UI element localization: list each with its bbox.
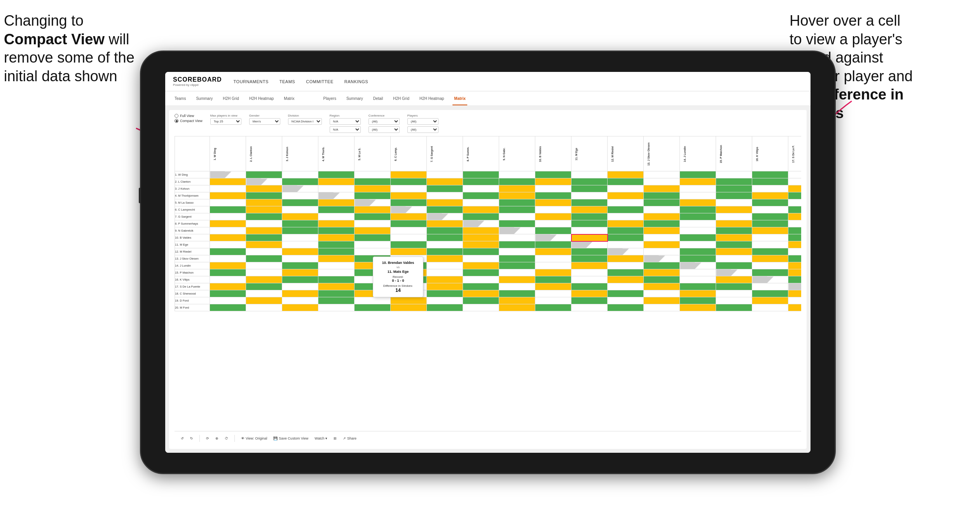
cell-15-2[interactable] [246, 269, 282, 276]
cell-6-6[interactable] [391, 206, 427, 213]
cell-17-15[interactable] [716, 283, 752, 290]
cell-8-16[interactable] [752, 220, 788, 227]
cell-9-16[interactable] [752, 227, 788, 234]
cell-3-4[interactable] [318, 185, 355, 192]
tab-detail[interactable]: Detail [372, 92, 385, 105]
grid-button[interactable]: ⊞ [334, 436, 337, 440]
cell-15-3[interactable] [282, 269, 318, 276]
cell-9-14[interactable] [680, 227, 716, 234]
cell-7-11[interactable] [571, 213, 608, 220]
cell-16-13[interactable] [644, 276, 680, 283]
compact-view-radio[interactable] [175, 119, 178, 123]
cell-7-17[interactable] [788, 213, 802, 220]
conference-select2[interactable]: (All) [369, 126, 400, 133]
cell-15-14[interactable] [680, 269, 716, 276]
cell-7-3[interactable] [282, 213, 318, 220]
cell-14-13[interactable] [644, 262, 680, 269]
cell-6-15[interactable] [716, 206, 752, 213]
cell-1-3[interactable] [282, 171, 318, 178]
cell-1-6[interactable] [391, 171, 427, 178]
cell-20-14[interactable] [680, 304, 716, 311]
gender-select[interactable]: Men's [249, 118, 280, 125]
cell-17-9[interactable] [499, 283, 535, 290]
cell-16-1[interactable] [210, 276, 246, 283]
max-players-select[interactable]: Top 25 [210, 118, 241, 125]
cell-20-12[interactable] [608, 304, 644, 311]
cell-20-1[interactable] [210, 304, 246, 311]
cell-3-9[interactable] [499, 185, 535, 192]
cell-2-2[interactable] [246, 178, 282, 185]
cell-11-13[interactable] [644, 241, 680, 248]
zoom-button[interactable]: ⊕ [215, 436, 218, 440]
cell-17-7[interactable] [427, 283, 463, 290]
cell-5-15[interactable] [716, 199, 752, 206]
cell-2-4[interactable] [318, 178, 355, 185]
cell-12-4[interactable] [318, 248, 355, 255]
tab-matrix2[interactable]: Matrix [452, 92, 467, 105]
cell-10-14[interactable] [680, 234, 716, 241]
cell-6-16[interactable] [752, 206, 788, 213]
cell-20-13[interactable] [644, 304, 680, 311]
cell-3-5[interactable] [355, 185, 391, 192]
cell-2-3[interactable] [282, 178, 318, 185]
cell-1-16[interactable] [752, 171, 788, 178]
cell-9-7[interactable] [427, 227, 463, 234]
cell-7-10[interactable] [535, 213, 571, 220]
cell-6-17[interactable] [788, 206, 802, 213]
tablet-side-button[interactable] [139, 188, 141, 203]
cell-10-8[interactable] [463, 234, 499, 241]
cell-19-17[interactable] [788, 297, 802, 304]
cell-9-4[interactable] [318, 227, 355, 234]
cell-20-11[interactable] [571, 304, 608, 311]
cell-19-1[interactable] [210, 297, 246, 304]
cell-5-6[interactable] [391, 199, 427, 206]
cell-11-14[interactable] [680, 241, 716, 248]
cell-6-2[interactable] [246, 206, 282, 213]
cell-20-16[interactable] [752, 304, 788, 311]
watch-button[interactable]: Watch ▾ [314, 436, 327, 440]
cell-10-2[interactable] [246, 234, 282, 241]
compact-view-option[interactable]: Compact View [175, 119, 203, 123]
cell-5-14[interactable] [680, 199, 716, 206]
cell-14-16[interactable] [752, 262, 788, 269]
cell-2-8[interactable] [463, 178, 499, 185]
cell-7-2[interactable] [246, 213, 282, 220]
cell-4-5[interactable] [355, 192, 391, 199]
cell-1-10[interactable] [535, 171, 571, 178]
cell-10-6[interactable] [391, 234, 427, 241]
cell-1-9[interactable] [499, 171, 535, 178]
players-select[interactable]: (All) [407, 118, 438, 125]
cell-18-4[interactable] [318, 290, 355, 297]
cell-18-13[interactable] [644, 290, 680, 297]
cell-12-15[interactable] [716, 248, 752, 255]
cell-2-13[interactable] [644, 178, 680, 185]
cell-13-10[interactable] [535, 255, 571, 262]
cell-15-9[interactable] [499, 269, 535, 276]
cell-8-9[interactable] [499, 220, 535, 227]
cell-3-2[interactable] [246, 185, 282, 192]
cell-11-1[interactable] [210, 241, 246, 248]
cell-2-16[interactable] [752, 178, 788, 185]
cell-19-11[interactable] [571, 297, 608, 304]
undo-button[interactable]: ↺ [181, 436, 184, 440]
cell-19-15[interactable] [716, 297, 752, 304]
cell-17-1[interactable] [210, 283, 246, 290]
conference-select[interactable]: (All) [369, 118, 400, 125]
cell-17-11[interactable] [571, 283, 608, 290]
cell-18-2[interactable] [246, 290, 282, 297]
cell-10-9[interactable] [499, 234, 535, 241]
cell-10-3[interactable] [282, 234, 318, 241]
cell-7-5[interactable] [355, 213, 391, 220]
cell-17-17[interactable] [788, 283, 802, 290]
cell-1-17[interactable] [788, 171, 802, 178]
cell-1-7[interactable] [427, 171, 463, 178]
cell-8-1[interactable] [210, 220, 246, 227]
cell-2-12[interactable] [608, 178, 644, 185]
cell-1-12[interactable] [608, 171, 644, 178]
cell-9-13[interactable] [644, 227, 680, 234]
cell-12-12[interactable] [608, 248, 644, 255]
cell-17-16[interactable] [752, 283, 788, 290]
cell-18-9[interactable] [499, 290, 535, 297]
cell-3-17[interactable] [788, 185, 802, 192]
cell-2-10[interactable] [535, 178, 571, 185]
